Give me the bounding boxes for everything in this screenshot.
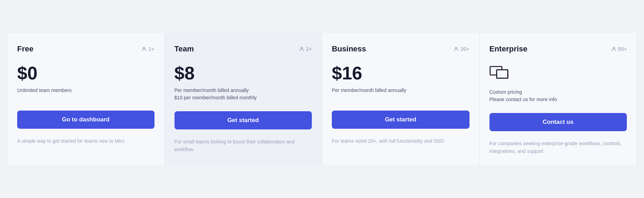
plan-price-detail-team: Per member/month billed annually$10 per … bbox=[174, 87, 312, 101]
plan-description-free: A simple way to get started for teams ne… bbox=[17, 137, 155, 145]
plan-description-enterprise: For companies seeking enterprise-grade w… bbox=[489, 140, 627, 155]
person-icon bbox=[611, 47, 616, 51]
seats-count: 20+ bbox=[460, 46, 469, 52]
plan-card-free: Free 1+$0Unlimited team membersGo to das… bbox=[7, 33, 165, 165]
person-icon bbox=[142, 47, 146, 51]
plan-header-free: Free 1+ bbox=[17, 44, 155, 54]
plan-price-team: $8 bbox=[174, 63, 312, 83]
person-icon bbox=[299, 47, 304, 51]
plan-name-enterprise: Enterprise bbox=[489, 44, 528, 54]
plan-card-team: Team 2+$8Per member/month billed annuall… bbox=[165, 33, 322, 165]
seats-count: 2+ bbox=[306, 46, 312, 52]
plan-header-business: Business 20+ bbox=[332, 44, 470, 54]
plan-button-business[interactable]: Get started bbox=[332, 111, 470, 129]
plan-description-team: For small teams looking to boost their c… bbox=[174, 138, 312, 154]
person-icon bbox=[454, 47, 459, 51]
plan-card-enterprise: Enterprise 50+ Custom pricingPlease cont… bbox=[480, 33, 637, 165]
plan-button-free[interactable]: Go to dashboard bbox=[17, 111, 155, 129]
plan-seats-enterprise: 50+ bbox=[611, 46, 627, 52]
plan-button-enterprise[interactable]: Contact us bbox=[489, 113, 627, 131]
plan-seats-team: 2+ bbox=[299, 46, 312, 52]
seats-count: 1+ bbox=[148, 46, 154, 52]
pricing-grid: Free 1+$0Unlimited team membersGo to das… bbox=[7, 33, 637, 165]
svg-point-3 bbox=[613, 47, 615, 49]
svg-point-0 bbox=[143, 47, 145, 49]
plan-price-detail-enterprise: Custom pricingPlease contact us for more… bbox=[489, 89, 627, 103]
plan-seats-business: 20+ bbox=[454, 46, 469, 52]
svg-point-1 bbox=[301, 47, 302, 49]
plan-name-team: Team bbox=[174, 44, 194, 54]
plan-description-business: For teams sized 20+, with full functiona… bbox=[332, 137, 470, 145]
plan-seats-free: 1+ bbox=[142, 46, 154, 52]
plan-button-team[interactable]: Get started bbox=[174, 111, 312, 129]
plan-price-business: $16 bbox=[332, 63, 470, 83]
plan-header-team: Team 2+ bbox=[174, 44, 312, 54]
enterprise-icon bbox=[489, 63, 627, 83]
plan-card-business: Business 20+$16Per member/month billed a… bbox=[322, 33, 480, 165]
plan-name-free: Free bbox=[17, 44, 33, 54]
plan-price-detail-business: Per member/month billed annually bbox=[332, 87, 470, 101]
plan-header-enterprise: Enterprise 50+ bbox=[489, 44, 627, 54]
plan-price-free: $0 bbox=[17, 63, 155, 83]
svg-rect-5 bbox=[496, 70, 508, 78]
plan-price-detail-free: Unlimited team members bbox=[17, 87, 155, 101]
plan-name-business: Business bbox=[332, 44, 366, 54]
svg-point-2 bbox=[455, 47, 457, 49]
seats-count: 50+ bbox=[618, 46, 627, 52]
